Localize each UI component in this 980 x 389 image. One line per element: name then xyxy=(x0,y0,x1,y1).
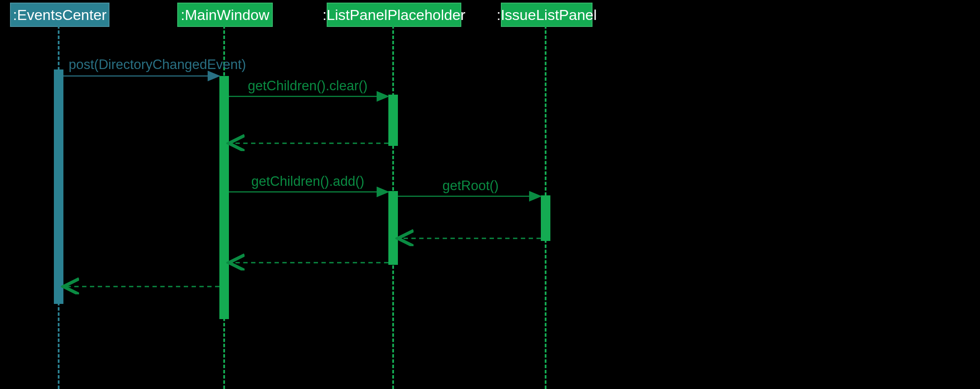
sequence-diagram: :EventsCenter :MainWindow :ListPanelPlac… xyxy=(0,0,980,389)
message-getroot-label: getRoot() xyxy=(443,178,499,194)
message-post-label: post(DirectoryChangedEvent) xyxy=(69,57,246,73)
message-clear-label: getChildren().clear() xyxy=(248,78,368,94)
message-add-label: getChildren().add() xyxy=(252,174,364,189)
